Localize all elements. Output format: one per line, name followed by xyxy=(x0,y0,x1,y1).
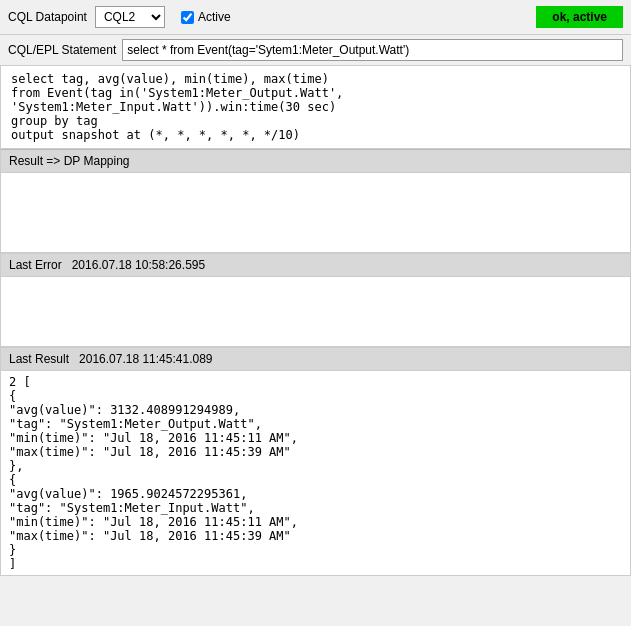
json-line: "min(time)": "Jul 18, 2016 11:45:11 AM", xyxy=(9,431,622,445)
status-badge: ok, active xyxy=(536,6,623,28)
json-line: { xyxy=(9,389,622,403)
last-result-header: Last Result 2016.07.18 11:45:41.089 xyxy=(0,347,631,371)
cql-statement-input[interactable] xyxy=(122,39,623,61)
json-line: "avg(value)": 3132.408991294989, xyxy=(9,403,622,417)
code-block: select tag, avg(value), min(time), max(t… xyxy=(0,66,631,149)
json-line: "tag": "System1:Meter_Input.Watt", xyxy=(9,501,622,515)
json-line: "max(time)": "Jul 18, 2016 11:45:39 AM" xyxy=(9,445,622,459)
json-content: 2 [ { "avg(value)": 3132.408991294989, "… xyxy=(9,375,622,571)
json-line: } xyxy=(9,543,622,557)
cql-datapoint-label: CQL Datapoint xyxy=(8,10,87,24)
json-line: 2 [ xyxy=(9,375,622,389)
top-bar: CQL Datapoint CQL2 CQL1 CQL3 Active ok, … xyxy=(0,0,631,35)
code-line-1: select tag, avg(value), min(time), max(t… xyxy=(11,72,620,86)
json-line: "tag": "System1:Meter_Output.Watt", xyxy=(9,417,622,431)
last-result-body: 2 [ { "avg(value)": 3132.408991294989, "… xyxy=(0,371,631,576)
cql-dropdown[interactable]: CQL2 CQL1 CQL3 xyxy=(95,6,165,28)
active-checkbox[interactable] xyxy=(181,11,194,24)
last-error-body xyxy=(0,277,631,347)
code-line-3: group by tag xyxy=(11,114,620,128)
active-label: Active xyxy=(198,10,231,24)
last-result-label: Last Result xyxy=(9,352,69,366)
last-error-header: Last Error 2016.07.18 10:58:26.595 xyxy=(0,253,631,277)
cql-statement-row: CQL/EPL Statement xyxy=(0,35,631,66)
json-line: }, xyxy=(9,459,622,473)
active-checkbox-container: Active xyxy=(181,10,231,24)
cql-statement-label: CQL/EPL Statement xyxy=(8,43,116,57)
code-line-2: from Event(tag in('System1:Meter_Output.… xyxy=(11,86,620,114)
last-result-timestamp: 2016.07.18 11:45:41.089 xyxy=(79,352,212,366)
result-dp-mapping-body xyxy=(0,173,631,253)
json-line: "max(time)": "Jul 18, 2016 11:45:39 AM" xyxy=(9,529,622,543)
last-error-timestamp: 2016.07.18 10:58:26.595 xyxy=(72,258,205,272)
json-line: ] xyxy=(9,557,622,571)
result-dp-mapping-header: Result => DP Mapping xyxy=(0,149,631,173)
cql-dropdown-container: CQL2 CQL1 CQL3 xyxy=(95,6,165,28)
json-line: { xyxy=(9,473,622,487)
code-line-4: output snapshot at (*, *, *, *, *, */10) xyxy=(11,128,620,142)
json-line: "min(time)": "Jul 18, 2016 11:45:11 AM", xyxy=(9,515,622,529)
last-error-label: Last Error xyxy=(9,258,62,272)
json-line: "avg(value)": 1965.9024572295361, xyxy=(9,487,622,501)
